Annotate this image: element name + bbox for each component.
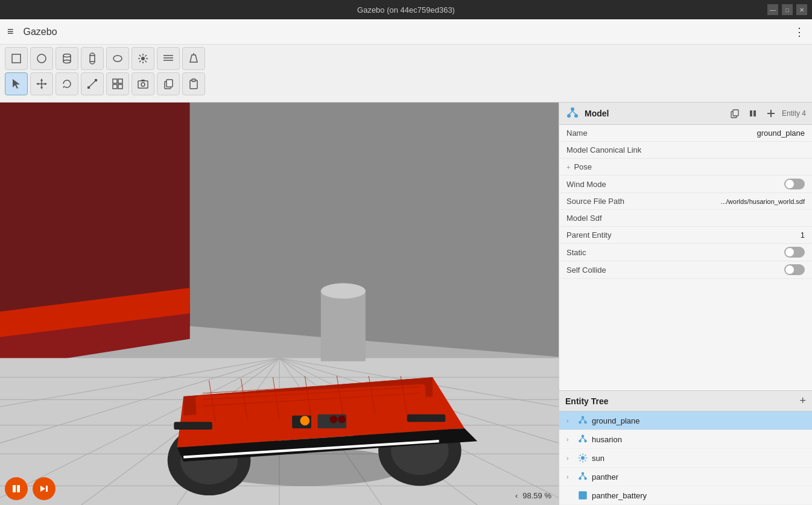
grid-tool[interactable] [106, 72, 129, 95]
static-toggle[interactable] [784, 247, 805, 258]
maximize-button[interactable]: □ [782, 4, 793, 15]
prop-parent-entity: Parent Entity 1 [559, 227, 812, 244]
svg-line-114 [583, 419, 586, 422]
add-entity-tree-button[interactable]: + [799, 395, 806, 407]
tree-item-sun[interactable]: › sun [559, 449, 812, 468]
translate-tool[interactable] [30, 72, 53, 95]
model-header-actions: Entity 4 [728, 107, 806, 119]
svg-rect-97 [13, 485, 16, 492]
svg-line-128 [585, 460, 586, 461]
svg-line-13 [139, 55, 141, 57]
viewport[interactable]: ‹ 98.59 % [0, 103, 559, 505]
svg-marker-28 [63, 86, 65, 88]
svg-marker-26 [36, 83, 39, 85]
toolbar-row-1 [5, 47, 807, 70]
close-button[interactable]: ✕ [796, 4, 807, 15]
tree-item-panther-battery[interactable]: › panther_battery [559, 486, 812, 505]
ellipsoid-tool[interactable] [106, 47, 129, 70]
svg-marker-99 [40, 486, 45, 492]
svg-point-122 [581, 456, 585, 460]
pose-expand-icon: + [566, 164, 570, 171]
scale-tool[interactable] [81, 72, 104, 95]
svg-point-104 [567, 114, 571, 118]
chevron-icon: › [566, 454, 574, 462]
svg-marker-20 [190, 55, 197, 62]
svg-point-93 [330, 416, 338, 424]
copy-tool[interactable] [157, 72, 180, 95]
svg-rect-136 [579, 491, 587, 500]
svg-marker-25 [40, 87, 43, 89]
tree-item-panther[interactable]: › panther [559, 468, 812, 486]
tree-item-ground-plane[interactable]: › ground_plane [559, 411, 812, 430]
svg-rect-31 [95, 79, 97, 81]
screenshot-tool[interactable] [132, 72, 154, 95]
window-title: Gazebo (on 44ec759ed363) [357, 5, 455, 14]
box-tool[interactable] [5, 47, 28, 70]
svg-line-133 [583, 475, 586, 478]
entity-tree-header: Entity Tree + [559, 390, 812, 411]
svg-line-15 [145, 55, 147, 57]
prop-static: Static [559, 244, 812, 261]
minimize-button[interactable]: — [767, 4, 778, 15]
select-tool[interactable] [5, 72, 28, 95]
svg-line-118 [580, 437, 583, 440]
svg-line-102 [569, 111, 573, 115]
prop-source-label: Source File Path [566, 197, 721, 206]
paste-tool[interactable] [182, 72, 205, 95]
svg-point-101 [571, 107, 574, 111]
svg-point-5 [63, 60, 71, 63]
copy-entity-button[interactable] [728, 107, 742, 119]
svg-point-37 [141, 83, 145, 86]
pause-entity-button[interactable] [746, 107, 760, 119]
svg-point-112 [582, 416, 585, 419]
model-icon [565, 106, 580, 121]
menubar: ≡ Gazebo ⋮ [0, 19, 812, 45]
svg-line-113 [580, 419, 583, 422]
svg-point-105 [574, 114, 578, 118]
hamburger-menu[interactable]: ≡ [7, 25, 14, 38]
self-collide-toggle[interactable] [784, 264, 805, 275]
svg-rect-36 [138, 81, 148, 88]
svg-point-121 [584, 440, 587, 443]
pointlight-tool[interactable] [132, 47, 154, 70]
toolbar-row-2 [5, 72, 807, 95]
rotate-tool[interactable] [56, 72, 78, 95]
tree-label-ground-plane: ground_plane [592, 416, 640, 425]
prop-pose[interactable]: + Pose [559, 159, 812, 176]
kebab-menu[interactable]: ⋮ [794, 25, 805, 39]
svg-rect-0 [12, 54, 21, 63]
model-node-icon [577, 471, 588, 482]
right-panel: Model Entity 4 Name ground_plane [559, 103, 812, 505]
prop-model-sdf: Model Sdf [559, 210, 812, 227]
sphere-tool[interactable] [30, 47, 53, 70]
prop-name-value: ground_plane [756, 129, 805, 138]
svg-rect-95 [174, 422, 212, 430]
tree-item-husarion[interactable]: › husarion [559, 430, 812, 449]
prop-parent-entity-value: 1 [801, 230, 805, 240]
svg-rect-66 [321, 291, 366, 361]
svg-point-8 [141, 57, 145, 60]
prop-self-collide-label: Self Collide [566, 265, 784, 275]
chevron-icon: › [566, 473, 574, 480]
play-controls [5, 477, 56, 500]
model-node-icon [577, 415, 588, 426]
dirlight-tool[interactable] [157, 47, 180, 70]
svg-point-115 [579, 421, 582, 424]
svg-marker-24 [40, 78, 43, 81]
step-button[interactable] [33, 477, 56, 500]
cylinder-tool[interactable] [56, 47, 78, 70]
tree-label-panther-battery: panther_battery [592, 491, 647, 500]
svg-point-92 [300, 416, 310, 426]
chevron-icon: › [566, 417, 574, 424]
svg-line-16 [139, 61, 141, 63]
spotlight-tool[interactable] [182, 47, 205, 70]
svg-rect-108 [750, 110, 752, 116]
svg-point-2 [63, 54, 71, 57]
prop-static-label: Static [566, 248, 784, 257]
wind-mode-toggle[interactable] [784, 179, 805, 189]
pause-button[interactable] [5, 477, 28, 500]
add-entity-button[interactable] [764, 107, 778, 119]
light-node-icon [577, 453, 588, 463]
capsule-tool[interactable] [81, 47, 104, 70]
svg-point-117 [582, 435, 585, 438]
